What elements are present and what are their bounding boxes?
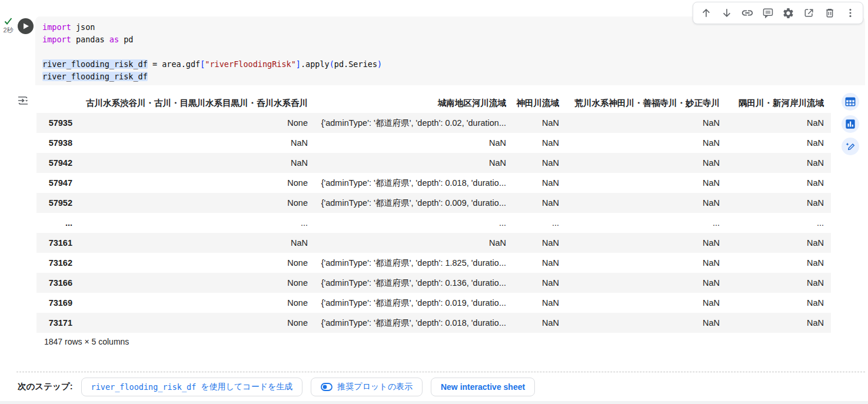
dataframe-table: 古川水系渋谷川・古川・目黒川水系目黒川・呑川水系呑川城南地区河川流域神田川流域荒… — [36, 93, 831, 333]
output-scroll-icon — [15, 93, 31, 108]
row-index-cell: 57947 — [36, 173, 79, 193]
table-cell: NaN — [566, 193, 727, 213]
table-row: 57952None{'adminType': '都道府県', 'depth': … — [36, 193, 831, 213]
code-line — [42, 46, 382, 58]
column-header: 神田川流域 — [513, 93, 566, 113]
table-cell: NaN — [727, 313, 831, 333]
arrow-down-icon — [721, 7, 733, 19]
generate-code-button[interactable]: river_flooding_risk_dfを使用してコードを生成 — [81, 378, 303, 396]
table-cell: ... — [727, 213, 831, 233]
next-steps-label: 次のステップ: — [18, 381, 73, 392]
code-line: river_flooding_risk_df = area.gdf["river… — [42, 58, 382, 71]
bar-chart-icon — [845, 119, 856, 129]
table-cell: {'adminType': '都道府県', 'depth': 1.825, 'd… — [315, 253, 513, 273]
generate-code-suffix: を使用してコードを生成 — [201, 382, 292, 392]
table-cell: NaN — [79, 133, 315, 153]
add-comment-button[interactable] — [757, 3, 778, 23]
table-cell: NaN — [566, 313, 727, 333]
dataframe-summary: 1847 rows × 5 columns — [44, 337, 129, 346]
table-row: .................. — [36, 213, 831, 233]
link-icon — [741, 6, 754, 19]
table-cell: NaN — [566, 113, 727, 133]
table-cell: NaN — [513, 293, 566, 313]
suggested-plots-button[interactable]: 推奨プロットの表示 — [311, 378, 423, 396]
table-row: 57947None{'adminType': '都道府県', 'depth': … — [36, 173, 831, 193]
success-check-icon — [4, 18, 12, 25]
table-cell: NaN — [727, 153, 831, 173]
table-cell: None — [79, 113, 315, 133]
table-row: 73169None{'adminType': '都道府県', 'depth': … — [36, 293, 831, 313]
table-cell: None — [79, 253, 315, 273]
suggested-plots-label: 推奨プロットの表示 — [337, 382, 413, 392]
table-cell: ... — [315, 213, 513, 233]
table-cell: None — [79, 293, 315, 313]
table-cell: {'adminType': '都道府県', 'depth': 0.018, 'd… — [315, 173, 513, 193]
table-cell: NaN — [513, 173, 566, 193]
table-cell: NaN — [79, 153, 315, 173]
generate-code-df-name: river_flooding_risk_df — [91, 382, 197, 392]
column-header: 城南地区河川流域 — [315, 93, 513, 113]
table-icon — [845, 96, 856, 107]
dataframe-header: 古川水系渋谷川・古川・目黒川水系目黒川・呑川水系呑川城南地区河川流域神田川流域荒… — [36, 93, 831, 113]
row-index-cell: 73169 — [36, 293, 79, 313]
code-editor[interactable]: import jsonimport pandas as pd river_flo… — [42, 21, 382, 83]
table-cell: {'adminType': '都道府県', 'depth': 0.009, 'd… — [315, 193, 513, 213]
table-cell: {'adminType': '都道府県', 'depth': 0.136, 'd… — [315, 273, 513, 293]
mirror-cell-in-tab-button[interactable] — [799, 3, 819, 23]
table-cell: NaN — [513, 273, 566, 293]
move-cell-up-button[interactable] — [696, 3, 716, 23]
table-cell: NaN — [566, 133, 727, 153]
gear-icon — [782, 7, 794, 19]
code-line: import pandas as pd — [42, 34, 382, 46]
row-index-cell: 73166 — [36, 273, 79, 293]
execution-time: 2秒 — [0, 26, 16, 35]
open-settings-button[interactable] — [778, 3, 799, 23]
table-cell: None — [79, 313, 315, 333]
row-index-cell: 57935 — [36, 113, 79, 133]
table-row: 73171None{'adminType': '都道府県', 'depth': … — [36, 313, 831, 333]
execution-status: 2秒 — [0, 16, 16, 35]
table-cell: None — [79, 273, 315, 293]
play-icon — [22, 22, 29, 30]
table-cell: {'adminType': '都道府県', 'depth': 0.02, 'du… — [315, 113, 513, 133]
move-cell-down-button[interactable] — [716, 3, 737, 23]
more-cell-actions-button[interactable] — [840, 3, 860, 23]
table-cell: NaN — [727, 253, 831, 273]
output-options-button[interactable] — [15, 93, 31, 108]
column-header: 古川水系渋谷川・古川・目黒川水系目黒川・呑川水系呑川 — [79, 93, 315, 113]
toggle-icon — [321, 383, 332, 391]
table-cell: ... — [566, 213, 727, 233]
table-row: 73161NaNNaNNaNNaNNaN — [36, 233, 831, 253]
table-cell: None — [79, 173, 315, 193]
chart-view-button[interactable] — [842, 115, 859, 133]
table-cell: ... — [513, 213, 566, 233]
magic-edit-button[interactable] — [842, 138, 859, 155]
table-cell: NaN — [513, 153, 566, 173]
table-row: 57935None{'adminType': '都道府県', 'depth': … — [36, 113, 831, 133]
copy-link-to-cell-button[interactable] — [737, 3, 757, 23]
table-cell: NaN — [315, 133, 513, 153]
delete-cell-button[interactable] — [819, 3, 840, 23]
code-line: import json — [42, 21, 382, 34]
arrow-up-icon — [700, 7, 712, 19]
table-view-button[interactable] — [842, 93, 859, 111]
magic-pencil-icon — [845, 141, 856, 152]
trash-icon — [824, 7, 836, 19]
table-cell: NaN — [727, 273, 831, 293]
row-index-cell: 57952 — [36, 193, 79, 213]
run-cell-button[interactable] — [18, 18, 34, 34]
table-cell: NaN — [315, 233, 513, 253]
column-header: 隅田川・新河岸川流域 — [727, 93, 831, 113]
table-cell: NaN — [727, 133, 831, 153]
new-interactive-sheet-button[interactable]: New interactive sheet — [431, 378, 535, 396]
header-row: 古川水系渋谷川・古川・目黒川水系目黒川・呑川水系呑川城南地区河川流域神田川流域荒… — [36, 93, 831, 113]
table-cell: NaN — [513, 133, 566, 153]
table-cell: NaN — [513, 313, 566, 333]
row-index-cell: 57938 — [36, 133, 79, 153]
dataframe-body: 57935None{'adminType': '都道府県', 'depth': … — [36, 113, 831, 333]
table-cell: NaN — [513, 113, 566, 133]
table-cell: NaN — [315, 153, 513, 173]
table-cell: {'adminType': '都道府県', 'depth': 0.018, 'd… — [315, 313, 513, 333]
table-cell: NaN — [566, 273, 727, 293]
table-cell: NaN — [566, 253, 727, 273]
